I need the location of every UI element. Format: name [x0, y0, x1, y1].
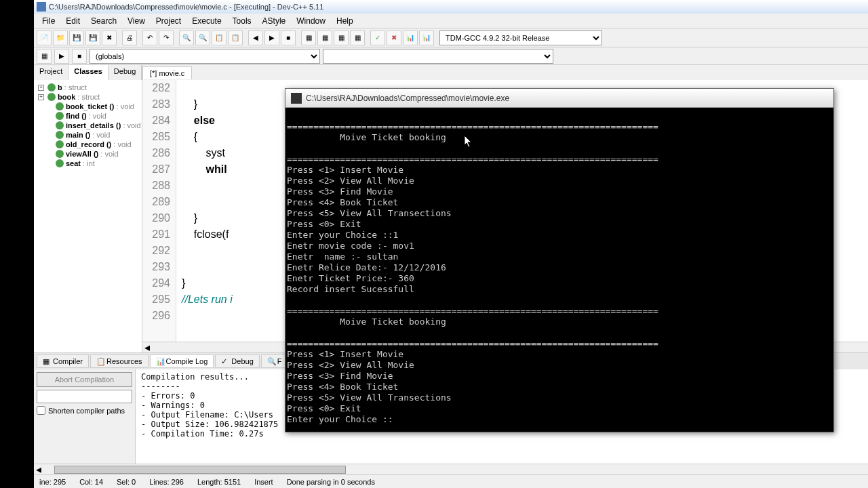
tree-label: insert_details () : void [66, 121, 141, 129]
back-button[interactable]: ◀ [248, 30, 263, 45]
tab-project[interactable]: Project [34, 65, 68, 80]
saveall-button[interactable]: 💾 [85, 30, 100, 45]
tree-item[interactable]: book_ticket () : void [37, 102, 139, 111]
compile-input[interactable] [37, 390, 132, 403]
menu-view[interactable]: View [122, 15, 151, 27]
title-bar[interactable]: C:\Users\RAJ\Downloads\Compressed\movie\… [34, 0, 868, 14]
tree-item[interactable]: +book : struct [37, 92, 139, 102]
line-number: 295 [142, 291, 170, 308]
tab-find[interactable]: 🔍F [261, 354, 288, 368]
tree-label: find () : void [66, 112, 106, 120]
cancel-button[interactable]: ✖ [387, 30, 401, 45]
grid2-button[interactable]: ▦ [317, 30, 332, 45]
status-lines: Lines: 296 [149, 478, 184, 486]
stop-button[interactable]: ■ [281, 30, 296, 45]
grid4-button[interactable]: ▦ [350, 30, 365, 45]
tree-item[interactable]: insert_details () : void [37, 121, 139, 130]
menu-project[interactable]: Project [151, 15, 186, 27]
tb2-btn2[interactable]: ▶ [54, 49, 69, 64]
undo-button[interactable]: ↶ [142, 30, 157, 45]
redo-button[interactable]: ↷ [159, 30, 174, 45]
line-number: 291 [142, 226, 170, 243]
line-number: 285 [142, 129, 170, 145]
file-tab-movie[interactable]: [*] movie.c [142, 66, 192, 79]
scroll-thumb[interactable] [54, 466, 346, 474]
expand-icon[interactable]: + [38, 94, 44, 100]
tab-classes[interactable]: Classes [68, 65, 108, 80]
console-output[interactable]: ========================================… [285, 108, 833, 432]
abort-button[interactable]: Abort Compilation [37, 372, 132, 387]
console-titlebar[interactable]: C:\Users\RAJ\Downloads\Compressed\movie\… [285, 89, 833, 108]
line-number: 292 [142, 243, 170, 259]
menu-file[interactable]: File [37, 15, 60, 27]
members-select[interactable] [323, 49, 553, 64]
menu-help[interactable]: Help [331, 15, 359, 27]
member-icon [56, 102, 64, 110]
member-icon [56, 140, 64, 148]
globals-select[interactable]: (globals) [90, 49, 320, 64]
compiler-icon: ▦ [43, 357, 51, 365]
new-button[interactable]: 📄 [37, 30, 52, 45]
class-tree[interactable]: +b : struct+book : structbook_ticket () … [34, 80, 142, 352]
tab-compilelog[interactable]: 📊Compile Log [150, 354, 214, 368]
menu-tools[interactable]: Tools [227, 15, 257, 27]
shorten-check[interactable]: Shorten compiler paths [37, 406, 132, 415]
tree-item[interactable]: find () : void [37, 111, 139, 121]
grid3-button[interactable]: ▦ [334, 30, 349, 45]
line-number: 296 [142, 308, 170, 324]
line-number: 282 [142, 80, 170, 96]
tb2-btn1[interactable]: ▦ [37, 49, 52, 64]
tab-debug-bottom[interactable]: ✓Debug [215, 354, 259, 368]
close-button[interactable]: ✖ [102, 30, 117, 45]
tree-item[interactable]: +b : struct [37, 83, 139, 92]
bookmark-button[interactable]: 📋 [228, 30, 243, 45]
console-icon [291, 93, 302, 104]
expand-icon[interactable]: + [38, 85, 44, 91]
tree-item[interactable]: main () : void [37, 130, 139, 140]
open-button[interactable]: 📁 [53, 30, 68, 45]
grid1-button[interactable]: ▦ [301, 30, 316, 45]
debug-icon: ✓ [221, 357, 229, 365]
line-number: 290 [142, 210, 170, 226]
status-bar: ine: 295 Col: 14 Sel: 0 Lines: 296 Lengt… [34, 474, 868, 488]
tree-item[interactable]: viewAll () : void [37, 149, 139, 159]
check-button[interactable]: ✓ [370, 30, 385, 45]
find-button[interactable]: 🔍 [179, 30, 194, 45]
line-number: 287 [142, 161, 170, 178]
status-parse: Done parsing in 0 seconds [287, 478, 375, 486]
resources-icon: 📋 [96, 357, 104, 365]
chart-button[interactable]: 📊 [403, 30, 418, 45]
status-col: Col: 14 [79, 478, 103, 486]
replace-button[interactable]: 🔍 [195, 30, 210, 45]
app-icon [37, 2, 46, 12]
goto-button[interactable]: 📋 [212, 30, 226, 45]
menu-search[interactable]: Search [85, 15, 122, 27]
log-hscroll[interactable]: ◂ [34, 464, 868, 474]
save-button[interactable]: 💾 [69, 30, 84, 45]
left-tabs: Project Classes Debug [34, 65, 142, 80]
tab-compiler[interactable]: ▦Compiler [37, 354, 89, 368]
tab-resources[interactable]: 📋Resources [90, 354, 149, 368]
toolbar2: ▦ ▶ ■ (globals) [34, 47, 868, 65]
console-window[interactable]: C:\Users\RAJ\Downloads\Compressed\movie\… [285, 88, 834, 432]
line-number: 286 [142, 145, 170, 161]
member-icon [56, 121, 64, 129]
print-button[interactable]: 🖨 [122, 30, 137, 45]
line-number: 283 [142, 96, 170, 113]
window-title: C:\Users\RAJ\Downloads\Compressed\movie\… [49, 3, 323, 11]
bottom-controls: Abort Compilation Shorten compiler paths [34, 369, 136, 464]
compiler-select[interactable]: TDM-GCC 4.9.2 32-bit Release [439, 30, 602, 45]
tb2-btn3[interactable]: ■ [72, 49, 87, 64]
tree-item[interactable]: seat : int [37, 159, 139, 168]
chart2-button[interactable]: 📊 [419, 30, 434, 45]
menu-astyle[interactable]: AStyle [257, 15, 292, 27]
tab-debug[interactable]: Debug [108, 65, 142, 80]
menu-execute[interactable]: Execute [186, 15, 226, 27]
menu-window[interactable]: Window [291, 15, 331, 27]
forward-button[interactable]: ▶ [264, 30, 279, 45]
shorten-checkbox[interactable] [37, 406, 45, 415]
member-icon [47, 83, 56, 92]
tree-item[interactable]: old_record () : void [37, 140, 139, 149]
menu-edit[interactable]: Edit [60, 15, 85, 27]
tree-label: book : struct [58, 93, 100, 101]
